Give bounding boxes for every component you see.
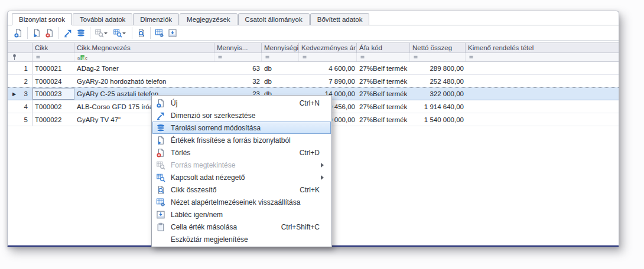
edit-dimension-row-button[interactable] [58,27,74,39]
menu-item-shortcut: Ctrl+Shift+C [281,223,327,231]
row-indicator-cell[interactable]: ▶ 1 [8,62,32,74]
dimension-arrow-icon [63,28,73,38]
equals-icon[interactable] [217,54,223,60]
delete-doc-icon [156,148,166,158]
menu-item-lablec-igen-nem[interactable]: Lábléc igen/nem [152,208,331,221]
cell-cikk[interactable]: T000021 [32,62,74,74]
menu-item-kapcsolt-adat-nezegeto[interactable]: Kapcsolt adat nézegető [152,171,331,183]
cell-kimeno-rendeles[interactable] [466,62,619,74]
cell-cikk[interactable]: T000024 [32,75,74,87]
cell-mennyiseg[interactable]: 32 [214,75,262,87]
cell-kimeno-rendeles[interactable] [466,75,619,87]
reset-view-defaults-button[interactable] [150,27,166,39]
filter-cell-kimeno-rendeles-tetel[interactable] [466,53,619,61]
tab-csatolt-allomanyok[interactable]: Csatolt állományok [238,13,310,25]
cell-netto-osszeg[interactable]: 252 480,00 [410,75,466,87]
filter-cell-kedvezmenyes-ar[interactable] [299,53,357,61]
cell-afa-kod[interactable]: 27%Belf termék [357,113,410,126]
column-header-afa-kod[interactable]: Áfa kód [357,43,410,53]
cell-kimeno-rendeles[interactable] [466,113,619,126]
column-header-megnevezes[interactable]: Cikk.Megnevezés [74,43,214,53]
column-header-kimeno-rendeles-tetel[interactable]: Kimenő rendelés tétel [466,43,619,53]
cell-afa-kod[interactable]: 27%Belf termék [357,100,410,113]
menu-item-forras-megtekintese[interactable]: Forrás megtekintése [152,159,331,171]
svg-text:B: B [82,55,85,60]
filter-cell-mennyiseg[interactable] [214,53,262,61]
equals-icon[interactable] [413,54,419,60]
linked-data-viewer-button[interactable] [111,27,129,39]
cell-netto-osszeg[interactable]: 1 540 000,00 [410,113,466,126]
menu-item-torles[interactable]: Törlés Ctrl+D [152,146,331,159]
tab-bizonylat-sorok[interactable]: Bizonylat sorok [12,13,72,25]
footer-toggle-button[interactable] [166,27,179,39]
equals-icon[interactable] [35,54,41,60]
column-header-netto-osszeg[interactable]: Nettó összeg [410,43,466,53]
view-source-button[interactable] [90,27,111,39]
cell-cikk[interactable]: T000022 [32,113,74,126]
cell-megnevezes[interactable]: GyARy-20 hordozható telefon [74,75,214,87]
table-row[interactable]: ▶ 1 T000021 ADag-2 Toner 63 db 4 600,00 … [8,62,619,75]
row-number: 3 [18,90,32,97]
cell-afa-kod[interactable]: 27%Belf termék [357,62,410,74]
menu-item-dimenzio-sor-szerkesztese[interactable]: Dimenzió sor szerkesztése [152,109,331,122]
tab-label: Dimenziók [140,16,172,23]
abc-icon[interactable]: aBc [77,54,88,61]
cell-afa-kod[interactable]: 27%Belf termék [357,75,410,87]
column-header-mennyiseg[interactable]: Mennyis... [214,43,262,53]
menu-item-uj[interactable]: Új Ctrl+N [152,97,331,109]
cell-mennyiseg[interactable]: 63 [214,62,262,74]
column-header-kedvezmenyes-ar[interactable]: Kedvezményes ár [299,43,357,53]
row-indicator-cell[interactable]: ▶ 5 [8,113,32,126]
dimension-arrow-icon [156,111,166,120]
refresh-values-button[interactable] [27,27,43,39]
cell-egyseg[interactable]: db [262,75,299,87]
cell-netto-osszeg[interactable]: 1 914 640,00 [410,100,466,113]
play-doc-icon [156,136,166,145]
cell-netto-osszeg[interactable]: 289 800,00 [410,62,466,74]
equals-icon[interactable] [302,54,308,60]
equals-icon[interactable] [265,54,271,60]
table-row[interactable]: ▶ 2 T000024 GyARy-20 hordozható telefon … [8,75,619,88]
tab-megjegyzesek[interactable]: Megjegyzések [180,13,238,25]
tab-bovitett-adatok[interactable]: Bővített adatok [310,13,370,25]
filter-cell-afa-kod[interactable] [357,53,410,61]
cell-kedvezmenyes-ar[interactable]: 7 890,00 [299,75,357,87]
equals-icon[interactable] [360,54,366,60]
column-header-cikk[interactable]: Cikk [32,43,74,53]
column-header-mennyisegi-egyseg[interactable]: Mennyiségi egy... [262,43,299,53]
menu-item-label: Dimenzió sor szerkesztése [171,111,255,120]
menu-item-ertekek-frissitese[interactable]: Értékek frissítése a forrás bizonylatból [152,134,331,146]
row-indicator-cell[interactable]: ▶ 4 [8,100,32,113]
cell-egyseg[interactable]: db [262,62,299,74]
cell-kimeno-rendeles[interactable] [466,88,619,100]
cell-megnevezes[interactable]: ADag-2 Toner [74,62,214,74]
menu-item-cella-ertek-masolasa[interactable]: Cella érték másolása Ctrl+Shift+C [152,221,331,233]
cell-kedvezmenyes-ar[interactable]: 4 600,00 [299,62,357,74]
storage-order-button[interactable] [74,27,87,39]
cell-netto-osszeg[interactable]: 322 000,00 [410,88,466,100]
new-row-button[interactable] [12,27,25,39]
tab-dimenziok[interactable]: Dimenziók [133,13,179,25]
cell-cikk[interactable]: T000002 [32,100,74,113]
cell-kimeno-rendeles[interactable] [466,100,619,113]
cell-cikk[interactable]: T000023 [32,88,74,100]
equals-icon[interactable] [469,54,474,60]
filter-cell-mennyisegi-egyseg[interactable] [262,53,299,61]
tab-tovabbi-adatok[interactable]: További adatok [73,13,132,25]
menu-item-nezet-alapertelmezesek[interactable]: Nézet alapértelmezéseinek visszaállítása [152,196,331,208]
menu-item-tarolasi-sorrend-modositasa[interactable]: Tárolási sorrend módosítása [152,122,331,134]
row-number: 2 [18,78,32,85]
row-indicator-cell[interactable]: ▶ 2 [8,75,32,87]
delete-row-button[interactable] [43,27,56,39]
filter-cell-netto-osszeg[interactable] [410,53,466,61]
item-summary-button[interactable] [132,27,148,39]
row-indicator-cell[interactable]: ▶ 3 [8,88,32,100]
current-row-arrow-icon: ▶ [10,91,18,97]
filter-cell-cikk[interactable] [32,53,74,61]
menu-item-label: Nézet alapértelmezéseinek visszaállítása [171,198,300,206]
grid-gear-icon [156,198,166,207]
menu-item-cikk-osszesito[interactable]: Cikk összesítő Ctrl+K [152,183,331,196]
filter-cell-megnevezes[interactable]: aBc [74,53,214,61]
cell-afa-kod[interactable]: 27%Belf termék [357,88,410,100]
menu-item-eszkoztar-megjelenitese[interactable]: Eszköztár megjelenítése [152,233,331,245]
